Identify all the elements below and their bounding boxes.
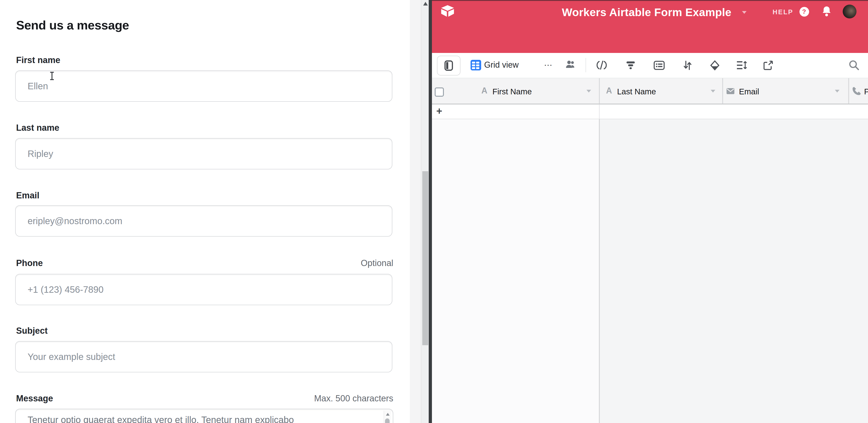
column-header-phone[interactable]: Phone [864,87,868,96]
subject-field[interactable] [15,341,392,372]
view-name[interactable]: Grid view [484,60,519,70]
phone-optional-hint: Optional [361,258,393,268]
view-more-button[interactable]: ··· [545,61,553,69]
phone-field-type-icon [852,86,861,95]
grid-empty-area [599,119,868,423]
last-name-input[interactable] [15,138,392,170]
collaborators-icon[interactable] [565,60,576,69]
column-header-last-name[interactable]: Last Name [617,87,656,96]
column-border[interactable] [848,78,849,103]
sort-icon[interactable] [683,60,691,70]
message-scrollbar[interactable] [384,411,391,423]
share-view-icon[interactable] [763,60,773,70]
form-heading: Send us a message [16,19,129,33]
column-header-email[interactable]: Email [739,87,759,96]
email-field[interactable] [15,205,392,237]
view-sidebar-toggle-button[interactable] [437,56,460,75]
add-row-button[interactable]: + [436,105,442,117]
grid-header-row: A First Name A Last Name Email Phone [432,78,868,104]
airtable-topbar: Workers Airtable Form Example HELP ? [432,0,868,24]
text-field-type-icon: A [606,86,612,95]
base-title[interactable]: Workers Airtable Form Example [432,6,862,19]
scrollbar-up-icon[interactable] [423,2,428,5]
column-caret-icon[interactable] [710,90,715,92]
first-name-label: First name [16,55,60,65]
hide-fields-icon[interactable] [596,61,607,69]
message-maxchars-hint: Max. 500 characters [314,394,393,404]
message-text: Tenetur optio quaerat expedita vero et i… [28,415,377,423]
subject-label: Subject [16,326,48,336]
help-button[interactable]: HELP [773,8,793,16]
add-row-row: + [432,104,868,119]
column-border [599,104,599,119]
row-height-icon[interactable] [736,61,747,70]
screen: Send us a message First name Last name E… [0,0,868,423]
column-border[interactable] [722,78,723,103]
window-divider [429,0,432,423]
column-caret-icon[interactable] [835,90,839,92]
message-label: Message [16,394,53,404]
base-title-caret-icon [742,11,746,14]
grid-empty-area [432,119,599,423]
sidebar-toggle-icon [444,60,453,71]
text-cursor-pointer [52,72,53,80]
first-name-input[interactable] [15,70,392,102]
contact-form-pane: Send us a message First name Last name E… [0,0,410,423]
message-scrollbar-thumb[interactable] [385,418,390,423]
airtable-tabbar: Form Submissions SHARE AUTOMATIONS [432,24,868,53]
text-field-type-icon: A [482,86,487,95]
email-field-type-icon [726,88,734,94]
last-name-label: Last name [16,123,59,133]
column-header-first-name[interactable]: First Name [492,87,532,96]
search-icon[interactable] [848,59,860,71]
group-icon[interactable] [653,61,664,70]
color-icon[interactable] [710,60,720,70]
phone-label: Phone [16,258,43,268]
message-textarea[interactable]: Tenetur optio quaerat expedita vero et i… [15,409,393,423]
grid-view-icon [470,60,481,70]
select-all-checkbox[interactable] [434,87,444,97]
help-question-icon[interactable]: ? [799,7,809,17]
filter-icon[interactable] [625,61,636,69]
notifications-bell-icon[interactable] [822,6,831,17]
user-avatar[interactable] [842,5,856,19]
view-toolbar: Grid view ··· [432,53,868,78]
toolbar-divider [585,58,586,72]
column-caret-icon[interactable] [586,90,591,92]
phone-field[interactable] [15,274,392,305]
base-title-text: Workers Airtable Form Example [562,6,732,19]
airtable-pane: Workers Airtable Form Example HELP ? For… [432,0,868,423]
page-gutter [410,0,421,423]
email-label: Email [16,190,39,201]
window-top-edge [432,0,868,1]
column-border[interactable] [599,78,599,103]
page-scrollbar-thumb[interactable] [422,171,428,345]
column-border [599,119,599,423]
scroll-up-icon[interactable] [386,413,390,416]
